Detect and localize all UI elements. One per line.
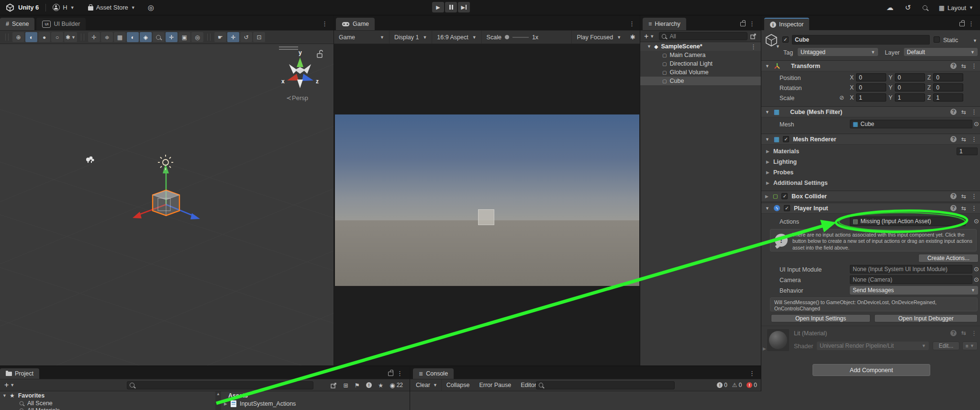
position-x-input[interactable] <box>856 73 886 81</box>
tag-dropdown[interactable]: Untagged ▼ <box>798 48 878 56</box>
help-icon[interactable]: ? <box>950 63 957 69</box>
player-input-checkbox[interactable]: ✓ <box>784 205 790 211</box>
help-icon[interactable]: ? <box>950 193 957 199</box>
object-picker-icon[interactable]: ⊙ <box>974 265 979 273</box>
favorite-item-all-materials[interactable]: All Materials <box>0 407 214 410</box>
lighting-foldout[interactable]: ▶ Lighting <box>761 157 980 167</box>
compass-button[interactable]: ◎ <box>191 32 203 42</box>
aspect-dropdown[interactable]: 16:9 Aspect ▼ <box>432 31 481 44</box>
preset-icon[interactable]: ⇆ <box>961 109 966 115</box>
scale-x-input[interactable] <box>856 93 886 102</box>
position-z-input[interactable] <box>933 73 963 81</box>
hierarchy-menu-icon[interactable]: ⋮ <box>749 20 755 27</box>
x-axis-arrow[interactable] <box>133 212 142 218</box>
icon-picker-caret[interactable]: ▼ <box>776 44 780 49</box>
object-picker-icon[interactable]: ⊙ <box>974 217 979 225</box>
lighting-toggle-button[interactable]: ◐ <box>25 32 37 42</box>
move-overlay-button[interactable]: ✛ <box>166 32 178 42</box>
search-button[interactable] <box>923 5 927 10</box>
tab-inspector[interactable]: i Inspector <box>764 18 809 30</box>
hierarchy-item-cube[interactable]: ▢ Cube <box>640 77 761 85</box>
tab-ui-builder[interactable]: UI UI Builder <box>36 18 86 30</box>
visibility-counter[interactable]: ◉ 22 <box>390 382 403 389</box>
mesh-filter-header[interactable]: ▼ ▦ Cube (Mesh Filter) ? ⇆ ⋮ <box>761 106 980 117</box>
error-badge[interactable]: ! 0 <box>746 382 757 388</box>
lock-icon[interactable] <box>959 22 965 26</box>
account-menu[interactable]: H ▼ <box>53 4 74 11</box>
scale-slider-track[interactable] <box>512 37 529 38</box>
favorites-row[interactable]: ▼ ★ Favorites <box>0 391 214 399</box>
project-menu-icon[interactable]: ⋮ <box>397 370 403 377</box>
axis-z-label[interactable]: z <box>316 78 319 85</box>
debug-draw-button[interactable]: ✱▼ <box>64 32 77 42</box>
error-pause-button[interactable]: Error Pause <box>474 382 516 388</box>
component-menu-icon[interactable]: ⋮ <box>971 193 977 200</box>
foldout-open-icon[interactable]: ▼ <box>765 64 769 68</box>
console-search-input[interactable] <box>546 381 672 389</box>
label-filter-icon[interactable]: ⚑ <box>355 382 360 389</box>
lock-icon[interactable] <box>740 22 746 26</box>
preset-icon[interactable]: ⇆ <box>961 205 966 212</box>
actions-field[interactable]: ▤ Missing (Input Action Asset) <box>850 216 966 226</box>
scene-search-button[interactable] <box>153 32 165 42</box>
axis-x-label[interactable]: x <box>281 78 285 85</box>
add-component-button[interactable]: Add Component <box>813 364 930 376</box>
foldout-open-icon[interactable]: ▼ <box>765 206 769 211</box>
open-input-debugger-button[interactable]: Open Input Debugger <box>874 314 978 322</box>
active-checkbox[interactable]: ✓ <box>782 36 789 43</box>
rotation-y-input[interactable] <box>895 83 925 91</box>
history-button[interactable]: ↺ <box>905 3 911 12</box>
rect-tool-button[interactable]: ⊡ <box>253 32 265 42</box>
component-menu-icon[interactable]: ⋮ <box>971 62 977 69</box>
shader-edit-button[interactable]: Edit... <box>933 342 959 350</box>
asset-row-inputsystem-actions[interactable]: ▶ InputSystem_Actions <box>222 399 410 408</box>
grid-toggle-button[interactable]: ▦ <box>114 32 126 42</box>
object-picker-icon[interactable]: ⊙ <box>974 276 979 283</box>
audio-toggle-button[interactable]: ● <box>38 32 50 42</box>
open-input-settings-button[interactable]: Open Input Settings <box>771 314 870 322</box>
mesh-field[interactable]: ▦ Cube <box>850 120 972 128</box>
scene-cube[interactable] <box>153 190 179 216</box>
component-menu-icon[interactable]: ⋮ <box>971 205 977 212</box>
scene-object-icon[interactable] <box>86 157 94 163</box>
package-filter-icon[interactable]: ⊞ <box>343 382 348 389</box>
scene-root-menu-icon[interactable]: ⋮ <box>750 43 757 50</box>
scene-root-row[interactable]: ▼ ◆ SampleScene* ⋮ <box>640 42 761 51</box>
step-button[interactable]: ▶ <box>458 2 470 12</box>
pan-tool-button[interactable]: ✛ <box>88 32 100 42</box>
hierarchy-search-input[interactable] <box>668 33 745 40</box>
effects-toggle-button[interactable]: ○ <box>51 32 63 42</box>
console-search[interactable] <box>536 381 675 389</box>
material-list-button[interactable]: ≡ ▼ <box>962 342 978 350</box>
orientation-gizmo[interactable]: y x z <box>281 49 319 88</box>
rotation-z-input[interactable] <box>933 83 963 91</box>
additional-settings-foldout[interactable]: ▶ Additional Settings <box>761 178 980 188</box>
toolbar-grip[interactable] <box>5 34 9 41</box>
help-icon[interactable]: ? <box>950 330 957 336</box>
scene-tab-menu-icon[interactable]: ⋮ <box>322 20 328 27</box>
persp-label-group[interactable]: ≺ Persp <box>286 94 308 102</box>
foldout-open-icon[interactable]: ▼ <box>2 393 7 398</box>
preset-icon[interactable]: ⇆ <box>961 193 966 200</box>
hierarchy-item-main-camera[interactable]: ▢ Main Camera <box>640 51 761 59</box>
create-actions-button[interactable]: Create Actions... <box>918 254 979 262</box>
overlay-settings-button[interactable]: ≑ <box>101 32 113 42</box>
foldout-closed-icon[interactable]: ▶ <box>224 401 227 406</box>
layer-dropdown[interactable]: Default ▼ <box>904 48 978 56</box>
foldout-closed-icon[interactable]: ▶ <box>765 194 768 199</box>
cloud-button[interactable]: ☁ <box>886 3 893 12</box>
foldout-open-icon[interactable]: ▼ <box>647 44 651 49</box>
hierarchy-search[interactable] <box>659 32 747 40</box>
help-icon[interactable]: ? <box>950 109 957 115</box>
bug-icon[interactable]: ✱ <box>626 34 640 41</box>
foldout-open-icon[interactable]: ▼ <box>765 137 769 142</box>
camera-field[interactable]: None (Camera) <box>850 275 972 284</box>
assets-header-row[interactable]: Assets <box>222 391 410 399</box>
project-scrollbar[interactable]: ▲ <box>215 391 221 410</box>
info-badge[interactable]: ! 0 <box>717 382 727 388</box>
icon-gizmo-button[interactable]: ◈ <box>140 32 152 42</box>
rotation-x-input[interactable] <box>856 83 886 91</box>
ui-input-module-field[interactable]: None (Input System UI Input Module) <box>850 265 972 273</box>
material-preview[interactable] <box>767 329 789 351</box>
box-collider-checkbox[interactable]: ✓ <box>781 193 788 199</box>
